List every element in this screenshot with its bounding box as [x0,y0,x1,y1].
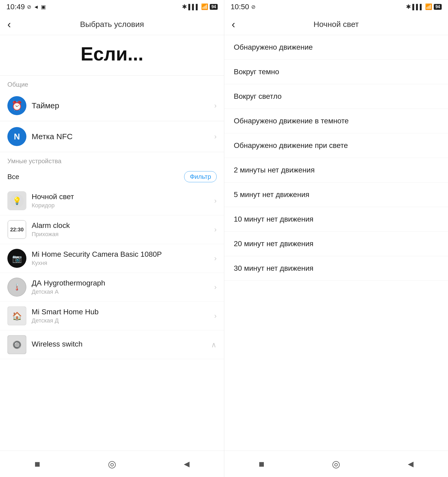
condition-item-6[interactable]: 5 минут нет движения [224,183,448,207]
camera-room: Кухня [32,260,214,266]
left-home-button[interactable]: ◎ [104,456,120,472]
night-light-img: 💡 [7,191,26,210]
device-item-camera[interactable]: 📷 Mi Home Security Camera Basic 1080P Ку… [0,244,224,273]
condition-item-7[interactable]: 10 минут нет движения [224,207,448,232]
left-time: 10:49 [6,3,25,11]
condition-label-5: 2 минуты нет движения [234,166,315,174]
condition-item-3[interactable]: Обнаружено движение в темноте [224,109,448,133]
hub-chevron: › [214,312,217,320]
nfc-chevron: › [214,132,217,141]
condition-item-8[interactable]: 20 минут нет движения [224,232,448,256]
condition-item-4[interactable]: Обнаружено движение при свете [224,133,448,158]
condition-label-8: 20 минут нет движения [234,240,313,248]
night-light-room: Коридор [32,202,214,209]
right-nav-title: Ночной свет [313,20,359,29]
device-item-hub[interactable]: 🏠 Mi Smart Home Hub Детская Д › [0,302,224,330]
right-status-time: 10:50 ⊘ [231,3,256,11]
wireless-switch-img: 🔘 [7,335,26,354]
right-stop-button[interactable]: ■ [254,456,269,472]
right-panel: 10:50 ⊘ ✱ ▌▌▌ 📶 94 ‹ Ночной свет Обнаруж… [224,0,448,477]
right-bluetooth-icon: ✱ [406,3,411,10]
alarm-img: 22:30 [7,220,26,239]
alarm-chevron: › [214,225,217,234]
timer-label: Таймер [32,101,214,110]
condition-label-3: Обнаружено движение в темноте [234,117,349,125]
condition-item-2[interactable]: Вокруг светло [224,84,448,109]
camera-name: Mi Home Security Camera Basic 1080P [32,250,214,259]
hub-room: Детская Д [32,317,214,324]
camera-chevron: › [214,254,217,263]
left-status-icons-signal1: ◄ [34,4,39,10]
condition-item-0[interactable]: Обнаружено движение [224,35,448,60]
signal-bars-1: ▌▌▌ [188,4,200,10]
camera-img: 📷 [7,249,26,268]
hygro-chevron: › [214,283,217,291]
night-light-name: Ночной свет [32,193,214,201]
menu-item-nfc[interactable]: N Метка NFC › [0,121,224,152]
right-signal-bars: ▌▌▌ [412,4,424,10]
hub-icon: 🏠 [8,307,26,325]
alarm-name: Alarm clock [32,221,214,230]
hygro-img: 🌡️ [7,278,26,297]
bluetooth-icon: ✱ [182,3,187,10]
hub-info: Mi Smart Home Hub Детская Д [32,308,214,324]
condition-label-2: Вокруг светло [234,92,282,101]
left-bottom-nav: ■ ◎ ◄ [0,451,224,477]
hygro-room: Детская А [32,288,214,295]
right-time: 10:50 [231,3,249,11]
right-status-right: ✱ ▌▌▌ 📶 94 [406,3,442,10]
night-light-icon: 💡 [10,194,24,208]
condition-label-9: 30 минут нет движения [234,264,313,273]
left-back-nav-button[interactable]: ◄ [179,456,195,472]
all-label: Все [7,173,19,181]
condition-item-5[interactable]: 2 минуты нет движения [224,158,448,183]
condition-item-9[interactable]: 30 минут нет движения [224,256,448,281]
menu-item-timer[interactable]: ⏰ Таймер › [0,90,224,121]
nfc-icon: N [14,132,20,142]
hygro-info: ДА Hygrothermograph Детская А [32,279,214,295]
device-item-night-light[interactable]: 💡 Ночной свет Коридор › [0,186,224,215]
left-nav-title: Выбрать условия [80,20,144,29]
right-back-button[interactable]: ‹ [232,19,235,30]
wireless-switch-name: Wireless switch [32,340,211,348]
left-status-right: ✱ ▌▌▌ 📶 94 [182,3,218,10]
left-status-bar: 10:49 ⊘ ◄ ▣ ✱ ▌▌▌ 📶 94 [0,0,224,14]
devices-subheader: Все Фильтр [0,167,224,186]
filter-button[interactable]: Фильтр [184,171,217,182]
section-general-label: Общие [0,76,224,90]
right-status-bar: 10:50 ⊘ ✱ ▌▌▌ 📶 94 [224,0,448,14]
hygro-icon: 🌡️ [8,278,26,296]
wireless-switch-chevron: ∧ [211,340,217,349]
left-back-button[interactable]: ‹ [7,19,11,30]
right-back-nav-button[interactable]: ◄ [403,456,419,472]
alarm-info: Alarm clock Прихожая [32,221,214,238]
left-status-icons-media: ▣ [41,4,46,10]
right-bottom-nav: ■ ◎ ◄ [224,451,448,477]
left-panel: 10:49 ⊘ ◄ ▣ ✱ ▌▌▌ 📶 94 ‹ Выбрать условия… [0,0,224,477]
right-home-button[interactable]: ◎ [328,456,344,472]
battery-level: 94 [210,4,218,10]
right-wifi-icon: 📶 [425,3,432,10]
nfc-icon-bg: N [7,127,26,146]
device-item-wireless-switch[interactable]: 🔘 Wireless switch ∧ [0,330,224,359]
hygro-name: ДА Hygrothermograph [32,279,214,287]
timer-icon-bg: ⏰ [7,96,26,115]
timer-icon: ⏰ [11,100,22,111]
device-item-hygro[interactable]: 🌡️ ДА Hygrothermograph Детская А › [0,273,224,302]
left-big-title: Если... [0,35,224,75]
condition-label-7: 10 минут нет движения [234,215,313,223]
condition-label-6: 5 минут нет движения [234,190,309,199]
section-smart-label: Умные устройства [0,152,224,167]
right-top-nav: ‹ Ночной свет [224,14,448,35]
hub-name: Mi Smart Home Hub [32,308,214,316]
wireless-switch-info: Wireless switch [32,340,211,349]
alarm-room: Прихожая [32,231,214,238]
left-stop-button[interactable]: ■ [30,456,45,472]
night-light-chevron: › [214,197,217,205]
right-battery: 94 [434,4,442,10]
device-item-alarm[interactable]: 22:30 Alarm clock Прихожая › [0,215,224,244]
condition-item-1[interactable]: Вокруг темно [224,60,448,84]
hub-img: 🏠 [7,306,26,325]
left-top-nav: ‹ Выбрать условия [0,14,224,35]
left-status-icons-notif: ⊘ [27,4,31,10]
